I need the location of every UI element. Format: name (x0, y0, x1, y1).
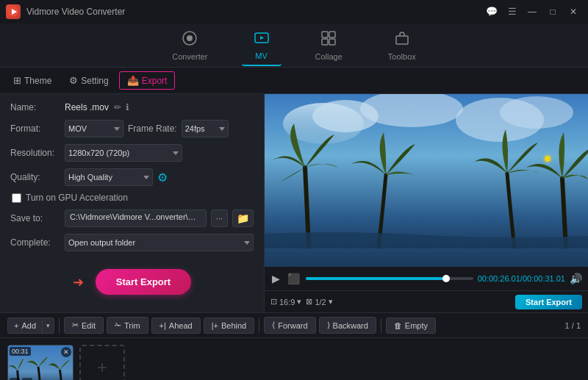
ratio-value: 16:9 (279, 298, 295, 306)
svg-rect-6 (329, 32, 335, 37)
gpu-label[interactable]: Turn on GPU Acceleration (26, 193, 128, 203)
svg-point-17 (542, 154, 553, 164)
menu-icon[interactable]: ☰ (504, 4, 520, 19)
progress-fill (306, 277, 446, 280)
timeline-duration: 00:31 (10, 347, 31, 356)
scale-value: 1/2 (315, 298, 326, 306)
video-controls-2: ⊡ 16:9 ▾ ⊠ 1/2 ▾ Start Export (265, 290, 588, 312)
svg-point-15 (500, 96, 573, 129)
video-background (265, 94, 588, 267)
format-label: Format: (10, 123, 60, 134)
arrow-indicator: ➜ (73, 274, 84, 290)
quality-select[interactable]: High Quality Medium Quality (65, 168, 153, 186)
scale-icon: ⊠ (306, 297, 312, 306)
minimize-button[interactable]: — (523, 4, 541, 19)
title-bar-controls: 💬 ☰ — □ ✕ (482, 4, 582, 19)
tab-converter[interactable]: Converter (160, 26, 219, 65)
behind-icon: |+ (212, 321, 218, 330)
format-framerate-row: Format: MOV MP4 AVI Frame Rate: 24fps 25… (10, 120, 254, 137)
timeline-sound-icon[interactable]: ♪ (22, 378, 32, 381)
svg-point-3 (187, 35, 193, 41)
volume-button[interactable]: 🔊 (570, 273, 582, 284)
tab-converter-label: Converter (172, 52, 207, 61)
theme-label: Theme (24, 76, 51, 86)
theme-icon: ⊞ (13, 75, 21, 86)
trash-icon: 🗑 (394, 321, 402, 330)
svg-rect-9 (396, 36, 408, 44)
video-preview (265, 94, 588, 267)
resolution-label: Resolution: (10, 148, 60, 158)
quality-settings-button[interactable]: ⚙ (157, 171, 168, 184)
export-button[interactable]: 📤 Export (119, 71, 176, 90)
behind-button[interactable]: |+ Behind (204, 318, 255, 334)
aspect-ratio-button[interactable]: ⊡ 16:9 ▾ (270, 297, 301, 306)
edit-name-button[interactable]: ✏ (113, 101, 122, 113)
right-panel: ▶ ⬛ 00:00:26.01/00:00:31.01 🔊 ⊡ 16:9 ▾ ⊠… (265, 94, 588, 312)
timeline-remove-button[interactable]: ✕ (61, 347, 71, 357)
add-button-group: + Add ▾ (7, 318, 54, 334)
forward-label: Forward (278, 321, 307, 330)
tab-toolbox[interactable]: Toolbox (376, 26, 428, 65)
timeline-add-button[interactable]: + (79, 345, 125, 381)
theme-button[interactable]: ⊞ Theme (6, 72, 59, 89)
video-scene-svg (265, 94, 588, 248)
video-controls: ▶ ⬛ 00:00:26.01/00:00:31.01 🔊 (265, 267, 588, 290)
path-dots-button[interactable]: ··· (211, 209, 228, 227)
info-button[interactable]: ℹ (125, 101, 130, 113)
progress-bar[interactable] (306, 277, 473, 280)
browse-folder-button[interactable]: 📁 (232, 209, 254, 227)
setting-button[interactable]: ⚙ Setting (62, 72, 115, 89)
forward-button[interactable]: ⟨ Forward (264, 317, 315, 334)
chat-icon[interactable]: 💬 (482, 4, 501, 19)
scale-button[interactable]: ⊠ 1/2 ▾ (306, 297, 332, 306)
timeline: 00:31 ✕ ▶ ♪ + (0, 337, 588, 380)
trim-label: Trim (124, 321, 140, 330)
timeline-item-1[interactable]: 00:31 ✕ ▶ ♪ (7, 345, 74, 381)
resolution-select[interactable]: 1280x720 (720p) 1920x1080 (1080p) (65, 144, 182, 162)
ahead-button[interactable]: +| Ahead (151, 318, 201, 334)
export-form: Name: Reels .mov ✏ ℹ Format: MOV MP4 AVI… (0, 94, 264, 302)
complete-select[interactable]: Open output folder Do nothing Shut down (65, 234, 254, 251)
progress-thumb (442, 275, 450, 282)
timeline-play-icon[interactable]: ▶ (10, 378, 20, 381)
complete-row: Complete: Open output folder Do nothing … (10, 234, 254, 251)
tab-mv[interactable]: MV (242, 25, 282, 66)
stop-button[interactable]: ⬛ (286, 271, 301, 286)
add-dropdown-button[interactable]: ▾ (42, 318, 54, 333)
left-panel: Name: Reels .mov ✏ ℹ Format: MOV MP4 AVI… (0, 94, 265, 312)
gpu-checkbox[interactable] (12, 193, 21, 203)
empty-button[interactable]: 🗑 Empty (386, 318, 436, 334)
timeline-icons: ▶ ♪ (10, 378, 32, 381)
name-row: Name: Reels .mov ✏ ℹ (10, 101, 254, 113)
start-export-main-button[interactable]: Start Export (96, 269, 191, 295)
title-bar: Vidmore Video Converter 💬 ☰ — □ ✕ (0, 0, 588, 24)
edit-scissors-icon: ✂ (72, 320, 79, 330)
format-select[interactable]: MOV MP4 AVI (65, 120, 123, 137)
red-arrow-icon: ➜ (73, 274, 84, 290)
save-to-label: Save to: (10, 213, 60, 223)
add-main-button[interactable]: + Add (8, 318, 42, 333)
separator-2 (259, 318, 259, 333)
tab-collage[interactable]: Collage (304, 26, 354, 65)
tab-toolbox-label: Toolbox (388, 52, 416, 61)
save-path-display: C:\Vidmore\Vidmore V...onverter\MV Expor… (65, 209, 207, 227)
tab-mv-label: MV (255, 51, 268, 60)
backward-button[interactable]: ⟩ Backward (319, 317, 376, 334)
ahead-icon: +| (159, 321, 166, 330)
edit-button[interactable]: ✂ Edit (64, 317, 104, 334)
start-export-preview-button[interactable]: Start Export (515, 295, 582, 309)
svg-rect-8 (329, 39, 335, 45)
quality-row: Quality: High Quality Medium Quality ⚙ (10, 168, 254, 186)
play-button[interactable]: ▶ (270, 271, 282, 286)
name-label: Name: (10, 102, 60, 112)
bottom-toolbar: + Add ▾ ✂ Edit ✁ Trim +| Ahead |+ Behind… (0, 312, 588, 337)
trim-button[interactable]: ✁ Trim (107, 317, 148, 334)
collage-icon (320, 30, 337, 50)
timeline-add-icon: + (97, 357, 107, 378)
framerate-select[interactable]: 24fps 25fps 30fps (182, 120, 229, 137)
edit-label: Edit (82, 321, 96, 330)
maximize-button[interactable]: □ (544, 4, 562, 19)
close-button[interactable]: ✕ (564, 4, 582, 19)
scale-chevron: ▾ (329, 297, 333, 306)
forward-icon: ⟨ (272, 320, 275, 330)
